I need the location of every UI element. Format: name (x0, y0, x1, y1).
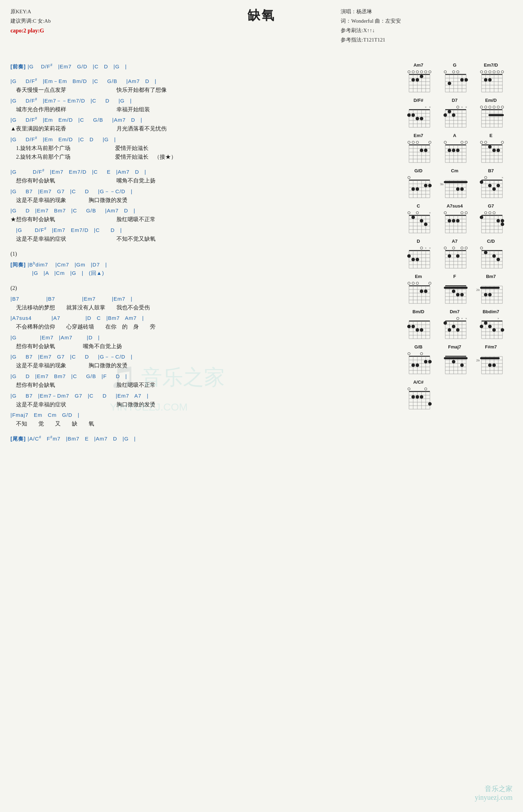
chord-name: G/D (414, 168, 422, 173)
svg-point-13 (408, 71, 410, 73)
bl6-lyrics: 这是不是幸福的症状 胸口微微的发烫 (10, 400, 394, 409)
chord-name: Am7 (414, 62, 423, 68)
chord-name: C (417, 203, 420, 209)
svg-point-320 (444, 247, 447, 249)
interlude-chords2: |G |A |Cm |G | (回▲) (10, 269, 394, 277)
meta-right: 演唱：杨丞琳 词：Wonderful 曲：左安安 参考刷法:X↑↑↓ 参考指法:… (341, 7, 401, 45)
svg-rect-120 (409, 144, 430, 145)
svg-point-115 (489, 106, 491, 108)
svg-point-449 (492, 328, 496, 332)
svg-point-484 (452, 360, 455, 363)
svg-point-466 (424, 360, 427, 363)
chord-name: A (453, 133, 456, 138)
svg-point-79 (416, 117, 419, 120)
chord-diagram-c: C× (401, 203, 436, 234)
words-music: 词：Wonderful 曲：左安安 (341, 16, 401, 26)
svg-text:×: × (429, 105, 431, 109)
svg-point-465 (420, 353, 423, 355)
svg-point-58 (497, 71, 500, 73)
svg-point-56 (489, 71, 491, 73)
svg-point-35 (444, 71, 447, 73)
svg-point-20 (416, 78, 419, 82)
svg-point-97 (448, 110, 451, 113)
chord-name: Em7/D (484, 62, 498, 68)
svg-point-501 (492, 363, 496, 367)
bl1-lyrics: 无法移动的梦想 就算没有人鼓掌 我也不会受伤 (10, 303, 394, 312)
chords-panel: Am7GEm7/DD/F#××D7××Em/DEm7AEG/DCm3frB7×C… (401, 62, 513, 445)
svg-rect-343 (409, 285, 430, 286)
svg-text:×: × (461, 105, 463, 109)
svg-point-98 (444, 113, 447, 117)
chord-name: F (453, 274, 456, 279)
outro-chords: [尾奏] |A/C# F#m7 |Bm7 E |Am7 D |G | (10, 435, 394, 443)
svg-point-78 (411, 113, 415, 117)
svg-point-464 (408, 353, 410, 355)
svg-point-117 (497, 106, 500, 108)
cl3-chords: |G D |Em7 Bm7 |C G/B |Am7 D | (10, 206, 394, 215)
capo-info: capo:2 play:G (10, 26, 51, 36)
chords-grid: Am7GEm7/DD/F#××D7××Em/DEm7AEG/DCm3frB7×C… (401, 62, 513, 412)
v1l1-lyrics: 春天慢慢一点点发芽 快乐开始都有了想像 (10, 85, 394, 95)
svg-point-226 (480, 180, 483, 184)
verse1-line4: |G D/F# |Em Em/D |C D |G | 1.旋转木马前那个广场 爱… (10, 135, 394, 161)
chord-name: E (490, 133, 493, 138)
svg-point-155 (448, 149, 451, 152)
svg-point-411 (420, 328, 423, 332)
svg-rect-177 (409, 180, 430, 181)
chord-diagram-ac: A/C# (401, 379, 436, 411)
svg-rect-375 (444, 287, 468, 289)
svg-point-446 (484, 321, 487, 325)
svg-point-116 (493, 106, 495, 108)
svg-point-356 (408, 282, 410, 285)
svg-point-80 (420, 117, 423, 120)
v1l4-chords: |G D/F# |Em Em/D |C D |G | (10, 135, 394, 144)
svg-rect-211 (482, 180, 502, 181)
svg-rect-432 (482, 321, 502, 322)
svg-point-359 (429, 282, 431, 285)
svg-text:3fr: 3fr (440, 182, 444, 186)
cl2-chords: |G B7 |Em7 G7 |C D |G－－C/D | (10, 187, 394, 196)
svg-point-264 (465, 212, 468, 214)
svg-rect-208 (444, 181, 468, 183)
svg-point-171 (480, 141, 483, 144)
chord-name: D/F# (414, 98, 423, 103)
chord-diagram-g: G (437, 62, 472, 93)
chord-diagram-bbdim7: Bbdim7× (473, 309, 508, 340)
chord-name: D7 (452, 98, 458, 103)
svg-point-153 (461, 141, 463, 144)
svg-rect-268 (482, 215, 502, 216)
svg-point-138 (424, 149, 427, 152)
svg-point-324 (448, 254, 451, 258)
svg-rect-326 (482, 250, 502, 251)
svg-point-516 (425, 388, 427, 390)
chord-diagram-bm7: Bm72fr (473, 274, 508, 305)
v1l2-chords: |G D/F# |Em7－－Em7/D |C D |G | (10, 97, 394, 105)
chord-diagram-fm7: F#m72fr (473, 344, 508, 375)
svg-point-306 (416, 258, 419, 261)
svg-point-447 (480, 325, 483, 328)
bridge-line5: |G D |Em7 Bm7 |C G/B |F D | 想你有时会缺氧 脸红嗯吸… (10, 372, 394, 390)
svg-text:×: × (425, 105, 426, 109)
chord-name: Fmaj7 (448, 344, 461, 349)
svg-point-175 (492, 149, 496, 152)
svg-point-248 (424, 223, 427, 226)
svg-rect-502 (409, 391, 430, 392)
chord-diagram-cd: C/D (473, 239, 508, 270)
page-title: 缺氧 (10, 7, 513, 24)
chord-diagram-fmaj7: Fmaj7 (437, 344, 472, 375)
svg-point-154 (465, 141, 468, 144)
chord-name: G7 (488, 203, 494, 209)
svg-point-517 (411, 395, 415, 399)
svg-rect-412 (445, 321, 466, 322)
bridge-line3: |G |Em7 |Am7 |D | 想你有时会缺氧 嘴角不自觉上扬 (10, 333, 394, 351)
cl1-chords: |G D/F# |Em7 Em7/D |C E |Am7 D | (10, 168, 394, 176)
svg-point-325 (456, 254, 460, 258)
svg-point-468 (411, 363, 415, 367)
chorus-line3: |G D |Em7 Bm7 |C G/B |Am7 D | ★想你有时会缺氧 脸… (10, 206, 394, 224)
prelude-section: [前奏] |G D/F# |Em7 G/D |C D |G | (10, 62, 394, 71)
svg-text:×: × (465, 105, 467, 109)
chord-diagram-am7: Am7 (401, 62, 436, 93)
chord-name: D (417, 239, 420, 244)
svg-point-428 (444, 321, 447, 325)
svg-point-59 (501, 71, 504, 73)
